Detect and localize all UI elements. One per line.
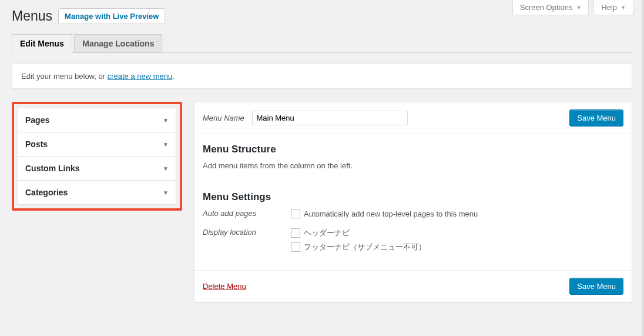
auto-add-pages-option[interactable]: Automatically add new top-level pages to… <box>291 209 478 218</box>
menu-items-accordion: Pages ▼ Posts ▼ Custom Links ▼ <box>18 108 176 205</box>
location-header-checkbox[interactable] <box>291 228 300 238</box>
sidebar-highlight-frame: Pages ▼ Posts ▼ Custom Links ▼ <box>12 102 182 211</box>
caret-down-icon: ▼ <box>620 5 626 11</box>
caret-down-icon: ▼ <box>163 117 169 124</box>
location-footer-checkbox[interactable] <box>291 242 300 252</box>
caret-down-icon: ▼ <box>163 165 169 172</box>
tab-manage-locations[interactable]: Manage Locations <box>74 34 162 52</box>
accordion-posts[interactable]: Posts ▼ <box>18 132 176 156</box>
location-header-option[interactable]: ヘッダーナビ <box>291 228 426 238</box>
help-toggle[interactable]: Help ▼ <box>593 0 633 15</box>
caret-down-icon: ▼ <box>576 5 581 11</box>
menu-settings-heading: Menu Settings <box>203 191 623 203</box>
screen-options-toggle[interactable]: Screen Options ▼ <box>512 0 589 15</box>
accordion-pages-label: Pages <box>25 115 49 125</box>
auto-add-pages-label: Auto add pages <box>203 209 291 218</box>
auto-add-pages-text: Automatically add new top-level pages to… <box>304 209 478 218</box>
caret-down-icon: ▼ <box>163 189 169 196</box>
scrollbar[interactable] <box>642 0 644 336</box>
page-title: Menus <box>12 8 52 24</box>
live-preview-button[interactable]: Manage with Live Preview <box>58 8 165 24</box>
menu-edit-panel: Menu Name Save Menu Menu Structure Add m… <box>194 102 632 302</box>
menu-name-input[interactable] <box>252 111 408 125</box>
tab-edit-menus[interactable]: Edit Menus <box>12 34 72 53</box>
caret-down-icon: ▼ <box>163 141 169 148</box>
delete-menu-link[interactable]: Delete Menu <box>203 282 246 291</box>
location-header-text: ヘッダーナビ <box>304 228 350 238</box>
menu-structure-hint: Add menu items from the column on the le… <box>203 161 623 170</box>
nav-tabs: Edit Menus Manage Locations <box>12 30 632 53</box>
screen-options-label: Screen Options <box>520 3 573 12</box>
accordion-pages[interactable]: Pages ▼ <box>18 108 176 132</box>
location-footer-option[interactable]: フッターナビ（サブメニュー不可） <box>291 242 426 252</box>
menu-name-label: Menu Name <box>203 114 244 122</box>
menu-structure-heading: Menu Structure <box>203 144 623 155</box>
accordion-custom-links[interactable]: Custom Links ▼ <box>18 157 176 180</box>
save-menu-button-top[interactable]: Save Menu <box>569 109 623 127</box>
help-label: Help <box>601 3 617 12</box>
accordion-categories-label: Categories <box>25 188 68 197</box>
manage-menus-suffix: . <box>172 72 175 81</box>
display-location-label: Display location <box>203 228 291 237</box>
accordion-categories[interactable]: Categories ▼ <box>18 181 176 204</box>
auto-add-pages-checkbox[interactable] <box>291 209 300 218</box>
create-new-menu-link[interactable]: create a new menu <box>108 72 173 81</box>
accordion-posts-label: Posts <box>25 139 48 149</box>
manage-menus-prefix: Edit your menu below, or <box>21 72 108 81</box>
accordion-custom-links-label: Custom Links <box>25 164 80 173</box>
location-footer-text: フッターナビ（サブメニュー不可） <box>304 242 426 252</box>
save-menu-button-bottom[interactable]: Save Menu <box>569 278 623 295</box>
manage-menus-info: Edit your menu below, or create a new me… <box>12 64 632 89</box>
